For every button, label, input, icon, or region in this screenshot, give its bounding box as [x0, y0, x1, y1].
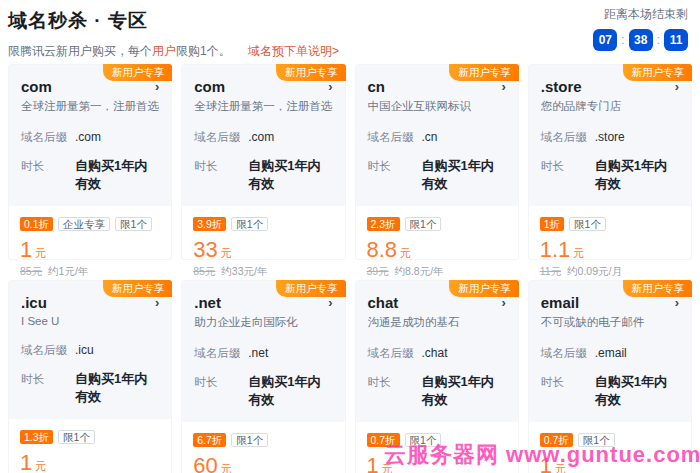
price-row: 1元 [20, 239, 160, 261]
page-title: 域名秒杀 · 专区 [8, 8, 690, 34]
duration-label: 时长 [194, 159, 248, 174]
new-user-badge: 新用户专享 [449, 280, 519, 297]
duration-row: 时长 自购买1年内有效 [368, 373, 506, 409]
original-price: 85元 [20, 265, 42, 277]
chevron-right-icon[interactable]: › [675, 296, 679, 309]
price-value: 60 [193, 453, 217, 473]
duration-label: 时长 [21, 372, 75, 387]
approx-price: 约33元/年 [221, 265, 267, 277]
domain-tagline: 全球注册量第一，注册首选 [194, 99, 332, 114]
new-user-badge: 新用户专享 [103, 280, 173, 297]
countdown-label: 距离本场结束剩 [593, 6, 688, 23]
chevron-right-icon[interactable]: › [155, 80, 159, 93]
price-value: 33 [193, 237, 217, 262]
card-price-section: 1.3折 限1个 1元 8元 约0.08元/月 立即购买 已抢 1% [9, 419, 171, 473]
domain-tagline: 全球注册量第一，注册首选 [21, 99, 159, 114]
original-price-row: 39元 约8.8元/年 [367, 265, 507, 279]
tag-list: 1.3折 限1个 [20, 428, 160, 446]
suffix-label: 域名后缀 [541, 130, 595, 145]
card-info-section: chat › 沟通是成功的基石 域名后缀 .chat 时长 自购买1年内有效 [356, 281, 518, 422]
domain-tagline: 中国企业互联网标识 [368, 99, 506, 114]
domain-title: cn [368, 78, 386, 95]
price-unit: 元 [35, 460, 46, 472]
card-info-section: .store › 您的品牌专门店 域名后缀 .store 时长 自购买1年内有效 [529, 65, 691, 206]
suffix-row: 域名后缀 .icu [21, 343, 159, 358]
discount-tag: 0.1折 [20, 217, 53, 232]
duration-value: 自购买1年内有效 [75, 370, 159, 406]
duration-row: 时长 自购买1年内有效 [194, 157, 332, 193]
duration-row: 时长 自购买1年内有效 [194, 373, 332, 409]
price-unit: 元 [221, 247, 232, 259]
original-price-row: 85元 约1元/年 [20, 265, 160, 279]
domain-tagline: 助力企业走向国际化 [194, 315, 332, 330]
original-price-row: 11元 约0.09元/月 [540, 265, 680, 279]
duration-label: 时长 [21, 159, 75, 174]
tag-list: 3.9折 限1个 [193, 215, 333, 233]
price-unit: 元 [221, 463, 232, 473]
domain-title: .store [541, 78, 582, 95]
suffix-row: 域名后缀 .cn [368, 130, 506, 145]
price-row: 8.8元 [367, 239, 507, 261]
domain-title: com [21, 78, 52, 95]
discount-tag: 1折 [540, 217, 564, 232]
original-price: 39元 [367, 265, 389, 277]
domain-tagline: 不可或缺的电子邮件 [541, 315, 679, 330]
new-user-badge: 新用户专享 [623, 64, 693, 81]
tag-list: 0.7折 限1个 [367, 431, 507, 449]
chevron-right-icon[interactable]: › [155, 296, 159, 309]
new-user-badge: 新用户专享 [103, 64, 173, 81]
presale-info-link[interactable]: 域名预下单说明> [248, 44, 339, 58]
price-unit: 元 [573, 247, 584, 259]
suffix-label: 域名后缀 [194, 346, 248, 361]
original-price-row: 85元 约33元/年 [193, 265, 333, 279]
suffix-value: .com [248, 130, 274, 144]
domain-card: 新用户专享 .net › 助力企业走向国际化 域名后缀 .net 时长 自购买1… [181, 280, 345, 473]
new-user-badge: 新用户专享 [449, 64, 519, 81]
domain-title: email [541, 294, 579, 311]
suffix-value: .chat [422, 346, 448, 360]
price-row: 1元 [540, 455, 680, 473]
suffix-label: 域名后缀 [541, 346, 595, 361]
suffix-value: .com [75, 130, 101, 144]
suffix-value: .icu [75, 343, 94, 357]
chevron-right-icon[interactable]: › [675, 80, 679, 93]
price-value: 1 [367, 453, 379, 473]
chevron-right-icon[interactable]: › [501, 296, 505, 309]
card-info-section: com › 全球注册量第一，注册首选 域名后缀 .com 时长 自购买1年内有效 [182, 65, 344, 206]
discount-tag: 0.7折 [367, 433, 400, 448]
price-row: 1元 [367, 455, 507, 473]
price-row: 1.1元 [540, 239, 680, 261]
limit-tag: 限1个 [58, 430, 95, 445]
new-user-badge: 新用户专享 [276, 64, 346, 81]
rule-text-suffix: 限购1个。 [176, 44, 231, 58]
discount-tag: 0.7折 [540, 433, 573, 448]
duration-row: 时长 自购买1年内有效 [541, 157, 679, 193]
domain-card: 新用户专享 .icu › I See U 域名后缀 .icu 时长 自购买1年内… [8, 280, 172, 473]
domain-title: com [194, 78, 225, 95]
price-value: 1.1 [540, 237, 571, 262]
domain-card: 新用户专享 com › 全球注册量第一，注册首选 域名后缀 .com 时长 自购… [8, 64, 172, 260]
duration-row: 时长 自购买1年内有效 [21, 157, 159, 193]
duration-row: 时长 自购买1年内有效 [21, 370, 159, 406]
countdown: 距离本场结束剩 07 : 38 : 11 [593, 6, 688, 51]
suffix-label: 域名后缀 [21, 130, 75, 145]
price-value: 1 [20, 450, 32, 473]
domain-seckill-page: 域名秒杀 · 专区 限腾讯云新用户购买，每个用户限购1个。 域名预下单说明> 距… [0, 0, 700, 473]
chevron-right-icon[interactable]: › [501, 80, 505, 93]
chevron-right-icon[interactable]: › [328, 80, 332, 93]
tag-list: 6.7折 限1个 [193, 431, 333, 449]
limit-tag: 限1个 [569, 217, 606, 232]
duration-label: 时长 [541, 375, 595, 390]
card-price-section: 0.7折 限1个 1元 14元 约0.08元/月 立即购买 已抢 2% [529, 422, 691, 473]
domain-card: 新用户专享 chat › 沟通是成功的基石 域名后缀 .chat 时长 自购买1… [355, 280, 519, 473]
card-grid: 新用户专享 com › 全球注册量第一，注册首选 域名后缀 .com 时长 自购… [8, 64, 692, 473]
chevron-right-icon[interactable]: › [328, 296, 332, 309]
domain-tagline: I See U [21, 315, 159, 327]
card-info-section: cn › 中国企业互联网标识 域名后缀 .cn 时长 自购买1年内有效 [356, 65, 518, 206]
duration-label: 时长 [368, 159, 422, 174]
duration-value: 自购买1年内有效 [595, 157, 679, 193]
limit-tag: 限1个 [231, 433, 268, 448]
suffix-value: .net [248, 346, 268, 360]
card-price-section: 6.7折 限1个 60元 90元 约5元/月 立即购买 已抢 0% [182, 422, 344, 473]
duration-value: 自购买1年内有效 [248, 373, 332, 409]
